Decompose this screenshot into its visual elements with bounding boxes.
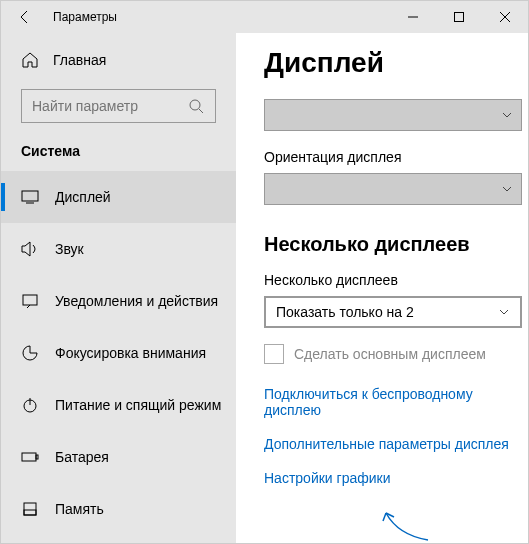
nav-battery[interactable]: Батарея (1, 431, 236, 483)
dropdown-value: Показать только на 2 (276, 304, 414, 320)
search-container (21, 89, 216, 123)
home-label: Главная (53, 52, 106, 68)
category-heading: Система (1, 137, 236, 171)
window-title: Параметры (49, 10, 390, 24)
link-advanced-display[interactable]: Дополнительные параметры дисплея (264, 436, 524, 452)
notifications-icon (21, 292, 39, 310)
svg-point-1 (190, 100, 200, 110)
nav-label: Звук (55, 241, 84, 257)
nav-focus[interactable]: Фокусировка внимания (1, 327, 236, 379)
focus-icon (21, 344, 39, 362)
orientation-dropdown[interactable] (264, 173, 522, 205)
home-icon (21, 51, 39, 69)
annotation-arrow (378, 505, 438, 543)
nav-label: Дисплей (55, 189, 111, 205)
multiple-displays-dropdown[interactable]: Показать только на 2 (264, 296, 522, 328)
scale-dropdown[interactable] (264, 99, 522, 131)
link-wireless-display[interactable]: Подключиться к беспроводному дисплею (264, 386, 524, 418)
home-button[interactable]: Главная (1, 41, 236, 79)
back-button[interactable] (1, 1, 49, 33)
nav-label: Фокусировка внимания (55, 345, 206, 361)
svg-rect-6 (36, 455, 38, 459)
nav-label: Батарея (55, 449, 109, 465)
content-pane: Дисплей Ориентация дисплея Несколько дис… (236, 33, 528, 543)
svg-rect-2 (22, 191, 38, 201)
nav-label: Питание и спящий режим (55, 397, 221, 413)
page-title: Дисплей (264, 47, 524, 79)
primary-display-checkbox-row: Сделать основным дисплеем (264, 344, 524, 364)
window-body: Главная Система Дисплей (1, 33, 528, 543)
battery-icon (21, 448, 39, 466)
orientation-label: Ориентация дисплея (264, 149, 524, 165)
multiple-displays-label: Несколько дисплеев (264, 272, 524, 288)
svg-rect-0 (455, 13, 464, 22)
maximize-button[interactable] (436, 1, 482, 33)
svg-rect-3 (23, 295, 37, 305)
svg-rect-8 (24, 510, 36, 515)
nav-sound[interactable]: Звук (1, 223, 236, 275)
svg-rect-5 (22, 453, 36, 461)
settings-window: Параметры Главная (0, 0, 529, 544)
power-icon (21, 396, 39, 414)
titlebar: Параметры (1, 1, 528, 33)
storage-icon (21, 500, 39, 518)
nav-notifications[interactable]: Уведомления и действия (1, 275, 236, 327)
nav-power[interactable]: Питание и спящий режим (1, 379, 236, 431)
primary-display-checkbox[interactable] (264, 344, 284, 364)
nav-list: Дисплей Звук Уведомления и действия (1, 171, 236, 543)
search-icon (187, 97, 205, 115)
sound-icon (21, 240, 39, 258)
nav-storage[interactable]: Память (1, 483, 236, 535)
svg-rect-7 (24, 503, 36, 515)
search-input[interactable] (32, 98, 182, 114)
link-graphics-settings[interactable]: Настройки графики (264, 470, 524, 486)
nav-label: Память (55, 501, 104, 517)
search-box[interactable] (21, 89, 216, 123)
minimize-button[interactable] (390, 1, 436, 33)
nav-label: Уведомления и действия (55, 293, 218, 309)
nav-display[interactable]: Дисплей (1, 171, 236, 223)
sidebar: Главная Система Дисплей (1, 33, 236, 543)
display-icon (21, 188, 39, 206)
primary-display-checkbox-label: Сделать основным дисплеем (294, 346, 486, 362)
close-button[interactable] (482, 1, 528, 33)
multiple-displays-heading: Несколько дисплеев (264, 233, 524, 256)
